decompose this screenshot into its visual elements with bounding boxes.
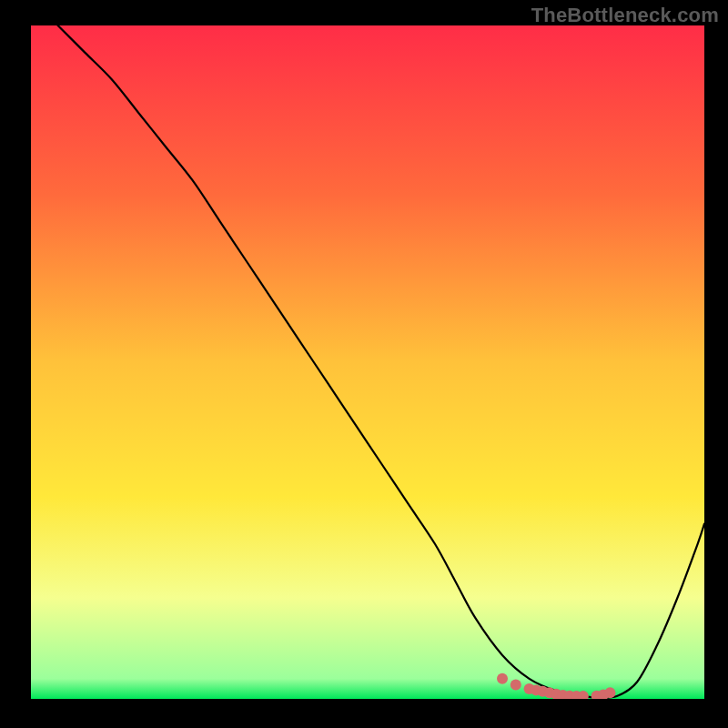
chart-svg — [31, 25, 704, 699]
watermark-text: TheBottleneck.com — [531, 4, 719, 27]
gradient-background — [31, 25, 704, 699]
optimum-marker — [511, 679, 521, 690]
chart-frame: TheBottleneck.com — [0, 0, 728, 728]
optimum-marker — [604, 687, 615, 698]
plot-area — [31, 25, 704, 699]
optimum-marker — [497, 673, 508, 684]
